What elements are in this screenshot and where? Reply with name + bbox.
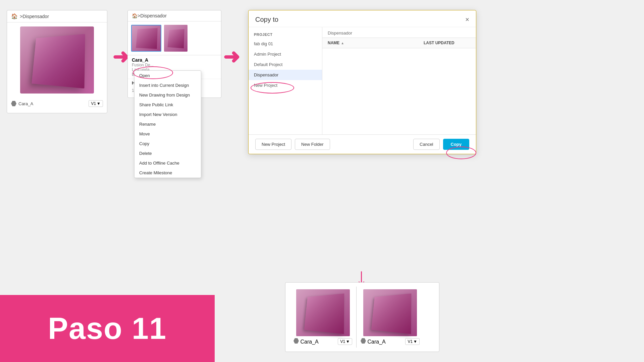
item-name: Cara_A: [132, 57, 217, 63]
bottom-model-2: [363, 289, 417, 336]
card-footer: Cara_A V1 ▼: [7, 98, 107, 110]
copy-to-dialog: Copy to × PROJECT fab dig 01 Admin Proje…: [248, 10, 476, 154]
project-item-2[interactable]: Default Project: [249, 59, 322, 70]
bottom-footer-2: Cara_A V1 ▼: [359, 338, 421, 345]
footer-left-buttons: New Project New Folder: [255, 139, 330, 150]
sort-arrow-icon: ▲: [341, 41, 344, 45]
menu-move[interactable]: Move: [135, 129, 201, 139]
new-folder-button[interactable]: New Folder: [295, 139, 330, 150]
close-dialog-button[interactable]: ×: [465, 16, 469, 23]
menu-rename[interactable]: Rename: [135, 119, 201, 129]
card-body: [7, 22, 107, 98]
dialog-body: PROJECT fab dig 01 Admin Project Default…: [249, 27, 476, 134]
bottom-cards-container: Cara_A V1 ▼ Cara_A V1 ▼: [285, 282, 439, 352]
dialog-header: Copy to ×: [249, 10, 476, 27]
item-sub1: Fusion De...: [132, 63, 217, 67]
mini-preview-2: [164, 25, 187, 52]
menu-open[interactable]: Open: [135, 71, 201, 80]
bottom-label-2: Cara_A: [361, 338, 386, 345]
cancel-button[interactable]: Cancel: [413, 139, 439, 150]
bottom-card-1: Cara_A V1 ▼: [289, 287, 357, 348]
breadcrumb-project: Dispensador: [22, 14, 49, 19]
arrow-right-2: ➜: [223, 47, 240, 67]
panel1-breadcrumb: 🏠 > Dispensador: [7, 10, 107, 22]
new-project-button[interactable]: New Project: [255, 139, 291, 150]
card-label: Cara_A: [18, 101, 33, 106]
mini-shape-1: [136, 28, 158, 49]
breadcrumb-sep: >: [20, 14, 22, 19]
paso-label: Paso 11: [0, 295, 215, 362]
project-item-0[interactable]: fab dig 01: [249, 39, 322, 49]
col-date-header: LAST UPDATED: [424, 41, 471, 45]
project-item-4[interactable]: New Project: [249, 80, 322, 90]
col-project-header: PROJECT: [249, 31, 322, 39]
copy-button[interactable]: Copy: [443, 139, 470, 150]
dialog-project-list: PROJECT fab dig 01 Admin Project Default…: [249, 27, 322, 134]
card-area: [128, 21, 221, 55]
project-item-3[interactable]: Dispensador: [249, 70, 322, 80]
menu-offline[interactable]: Add to Offline Cache: [135, 158, 201, 168]
mini-shape-2: [168, 29, 184, 48]
version-badge[interactable]: V1 ▼: [89, 100, 103, 107]
col-name-header: NAME ▲: [328, 41, 424, 45]
cube-icon-4: [361, 338, 366, 344]
model-preview: [20, 26, 94, 94]
bottom-shape-2: [371, 294, 412, 334]
menu-import[interactable]: Import New Version: [135, 110, 201, 119]
bottom-shape-1: [304, 294, 344, 334]
folder-header: Dispensador: [322, 27, 476, 38]
menu-insert[interactable]: Insert into Current Design: [135, 80, 201, 90]
bottom-card-label-2: Cara_A: [367, 339, 385, 345]
menu-milestone[interactable]: Create Milestone: [135, 168, 201, 178]
breadcrumb-project-2: Dispensador: [140, 13, 167, 18]
home-icon[interactable]: 🏠: [11, 13, 18, 19]
breadcrumb-sep-2: >: [138, 13, 140, 18]
panel2-breadcrumb: 🏠 > Dispensador: [128, 10, 221, 21]
project-item-1[interactable]: Admin Project: [249, 49, 322, 59]
bottom-card-label-1: Cara_A: [300, 339, 318, 345]
bottom-version-1[interactable]: V1 ▼: [338, 338, 352, 345]
dialog-footer: New Project New Folder Cancel Copy: [249, 134, 476, 154]
bottom-card-2: Cara_A V1 ▼: [357, 287, 424, 348]
bottom-label-1: Cara_A: [293, 338, 319, 345]
chevron-down-icon-4: ▼: [413, 339, 417, 344]
menu-new-drawing[interactable]: New Drawing from Design: [135, 90, 201, 100]
dialog-file-list: Dispensador NAME ▲ LAST UPDATED: [322, 27, 476, 134]
cube-icon-3: [293, 338, 299, 344]
table-header: NAME ▲ LAST UPDATED: [322, 38, 476, 48]
chevron-down-icon: ▼: [97, 101, 101, 106]
model-shape: [32, 34, 85, 88]
paso-text: Paso 11: [48, 311, 167, 346]
home-icon-2[interactable]: 🏠: [132, 13, 138, 18]
menu-share[interactable]: Share Public Link: [135, 100, 201, 110]
version-text: V1: [91, 101, 96, 106]
cube-icon: [11, 101, 16, 106]
footer-right-buttons: Cancel Copy: [413, 139, 469, 150]
bottom-version-2[interactable]: V1 ▼: [405, 338, 420, 345]
menu-copy[interactable]: Copy: [135, 139, 201, 148]
dialog-title: Copy to: [255, 16, 278, 23]
context-menu: Open Insert into Current Design New Draw…: [134, 70, 201, 178]
menu-delete[interactable]: Delete: [135, 148, 201, 158]
arrow-right-1: ➜: [112, 47, 129, 67]
chevron-down-icon-3: ▼: [346, 339, 350, 344]
panel1-card: 🏠 > Dispensador Cara_A V1 ▼: [7, 10, 107, 113]
mini-preview-1: [131, 25, 161, 52]
bottom-footer-1: Cara_A V1 ▼: [292, 338, 354, 345]
bottom-model-1: [296, 289, 350, 336]
item-label: Cara_A: [11, 101, 33, 106]
